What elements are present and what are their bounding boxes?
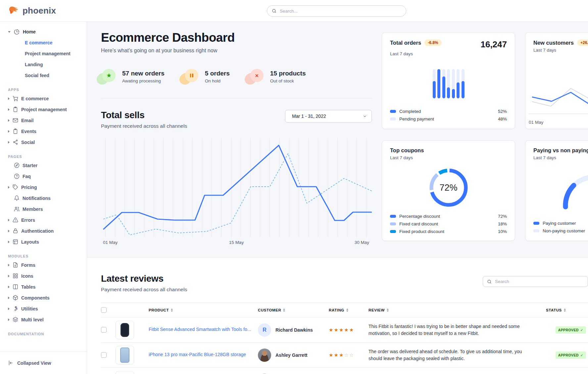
layers-icon bbox=[13, 317, 18, 322]
column-review[interactable]: REVIEW bbox=[368, 303, 546, 317]
clipboard-icon bbox=[13, 107, 18, 112]
total-sells-dashed-series bbox=[103, 154, 372, 235]
customer-name: Richard Dawkins bbox=[275, 327, 313, 333]
sidebar-item-apps-project-management[interactable]: Project management bbox=[8, 104, 84, 115]
brand-logo[interactable]: phoenix bbox=[8, 6, 56, 16]
legend-paying-customer: Paying customer bbox=[533, 219, 588, 227]
product-image-iphone[interactable] bbox=[116, 346, 134, 364]
date-range-select[interactable]: Mar 1 - 31, 2022 bbox=[285, 110, 372, 122]
sidebar-section-modules: MODULES bbox=[8, 254, 84, 258]
sidebar-item-social-feed[interactable]: Social feed bbox=[8, 70, 84, 81]
check-icon: ✓ bbox=[580, 328, 583, 332]
total-sells-chart bbox=[101, 138, 372, 237]
top-navbar: phoenix bbox=[0, 0, 588, 22]
paying-vs-nonpaying-card: Paying vs non paying Last 7 days Paying … bbox=[525, 140, 588, 241]
product-image-fitbit[interactable] bbox=[116, 321, 134, 339]
sidebar-item-layouts[interactable]: Layouts bbox=[8, 236, 84, 247]
sidebar-item-home[interactable]: Home bbox=[8, 26, 84, 37]
sort-icon bbox=[283, 308, 285, 312]
collapse-icon bbox=[8, 360, 14, 366]
reviews-search[interactable] bbox=[483, 276, 588, 287]
sidebar-item-multi-level[interactable]: Multi level bbox=[8, 314, 84, 325]
sidebar-item-project-management-dashboard[interactable]: Project management bbox=[8, 48, 84, 59]
reviews-table: PRODUCT CUSTOMER RATING REVIEW STATUS Fi… bbox=[101, 303, 588, 374]
total-orders-value: 16,247 bbox=[480, 39, 507, 50]
sidebar-item-notifications[interactable]: Notifications bbox=[8, 193, 84, 204]
help-circle-icon bbox=[14, 173, 20, 179]
top-coupons-donut: 72% bbox=[425, 164, 472, 211]
tag-icon bbox=[13, 184, 18, 190]
product-link[interactable]: Fitbit Sense Advanced Smartwatch with To… bbox=[149, 327, 251, 332]
sidebar-item-authentication[interactable]: Authentication bbox=[8, 225, 84, 236]
sidebar-item-events[interactable]: Events bbox=[8, 126, 84, 137]
share-icon bbox=[13, 139, 18, 145]
compass-icon bbox=[14, 163, 20, 168]
clipboard-icon bbox=[13, 128, 18, 134]
status-badge: APPROVED✓ bbox=[556, 351, 586, 359]
mail-icon bbox=[13, 117, 18, 123]
stat-orders-on-hold: 5 orders On hold bbox=[184, 69, 230, 84]
review-row: Apple iMac 24" 4K Retina Display M1 8 Co… bbox=[101, 368, 588, 374]
check-icon: ✓ bbox=[580, 353, 583, 357]
cart-icon bbox=[13, 96, 18, 101]
top-coupons-title: Top coupons bbox=[390, 147, 507, 154]
sidebar-item-landing[interactable]: Landing bbox=[8, 59, 84, 70]
sidebar-item-utilities[interactable]: Utilities bbox=[8, 303, 84, 314]
column-status[interactable]: STATUS bbox=[546, 303, 588, 317]
total-orders-badge: -6.8% bbox=[424, 39, 441, 46]
legend-percentage-discount: Percentage discount 72% bbox=[390, 212, 507, 220]
pie-chart-icon bbox=[14, 29, 20, 35]
new-customers-card: New customers +26.5% Last 7 days 01 May bbox=[525, 32, 588, 129]
phoenix-logo-icon bbox=[8, 6, 19, 16]
sidebar-item-tables[interactable]: Tables bbox=[8, 281, 84, 292]
review-text: This Fitbit is fantastic! I was trying t… bbox=[368, 323, 546, 337]
sidebar-item-email[interactable]: Email bbox=[8, 115, 84, 126]
rating-stars: ★★★★★ bbox=[329, 327, 354, 333]
donut-center-value: 72% bbox=[425, 164, 472, 211]
global-search[interactable] bbox=[267, 5, 406, 17]
customer-name: Ashley Garrett bbox=[275, 352, 307, 358]
sidebar-item-icons[interactable]: Icons bbox=[8, 270, 84, 281]
x-icon: ✕ bbox=[250, 69, 264, 82]
main-content: Ecommerce Dashboard Here's what's going … bbox=[87, 22, 588, 374]
sidebar-item-starter[interactable]: Starter bbox=[8, 160, 84, 171]
sidebar-item-members[interactable]: Members bbox=[8, 204, 84, 214]
total-orders-card: Total orders -6.8% 16,247 Last 7 days Co… bbox=[382, 32, 515, 129]
select-all-checkbox[interactable] bbox=[101, 307, 107, 313]
legend-completed: Completed 52% bbox=[390, 108, 507, 115]
row-checkbox[interactable] bbox=[101, 327, 107, 333]
legend-pending-payment: Pending payment 48% bbox=[390, 115, 507, 123]
product-link[interactable]: iPhone 13 pro max-Pacific Blue-128GB sto… bbox=[149, 352, 246, 357]
grid-icon bbox=[13, 273, 18, 279]
new-customers-x-label: 01 May bbox=[529, 120, 543, 125]
sidebar-item-pricing[interactable]: Pricing bbox=[8, 182, 84, 193]
stat-out-of-stock: ✕ 15 products Out of stock bbox=[249, 69, 306, 84]
column-product[interactable]: PRODUCT bbox=[149, 303, 258, 317]
latest-reviews-subtitle: Payment received across all channels bbox=[101, 287, 187, 293]
pause-icon bbox=[185, 69, 198, 82]
row-checkbox[interactable] bbox=[101, 352, 107, 358]
paying-title: Paying vs non paying bbox=[533, 147, 588, 154]
global-search-input[interactable] bbox=[280, 9, 401, 14]
caret-down-icon bbox=[8, 31, 11, 33]
star-icon: ★ bbox=[102, 69, 116, 82]
sidebar-item-components[interactable]: Components bbox=[8, 292, 84, 303]
sidebar-section-apps: APPS bbox=[8, 88, 84, 92]
sidebar-item-ecommerce-dashboard[interactable]: E commerce bbox=[8, 37, 84, 48]
brand-name: phoenix bbox=[23, 6, 56, 16]
sidebar-item-forms[interactable]: Forms bbox=[8, 259, 84, 270]
latest-reviews-section: Latest reviews Payment received across a… bbox=[87, 257, 588, 374]
chevron-down-icon bbox=[363, 114, 367, 118]
sidebar-footer: Collapsed View bbox=[0, 351, 87, 374]
reviews-search-input[interactable] bbox=[495, 279, 584, 284]
sidebar-item-errors[interactable]: Errors bbox=[8, 214, 84, 225]
sidebar-item-apps-ecommerce[interactable]: E commerce bbox=[8, 93, 84, 104]
collapse-view-button[interactable]: Collapsed View bbox=[8, 360, 51, 366]
kpi-cards: Total orders -6.8% 16,247 Last 7 days Co… bbox=[382, 31, 588, 257]
total-sells-x-axis: 01 May 15 May 30 May bbox=[101, 240, 372, 247]
column-rating[interactable]: RATING bbox=[329, 303, 368, 317]
sidebar-item-social[interactable]: Social bbox=[8, 137, 84, 148]
column-customer[interactable]: CUSTOMER bbox=[258, 303, 329, 317]
sidebar-item-faq[interactable]: Faq bbox=[8, 171, 84, 182]
product-image-imac[interactable] bbox=[116, 371, 134, 374]
